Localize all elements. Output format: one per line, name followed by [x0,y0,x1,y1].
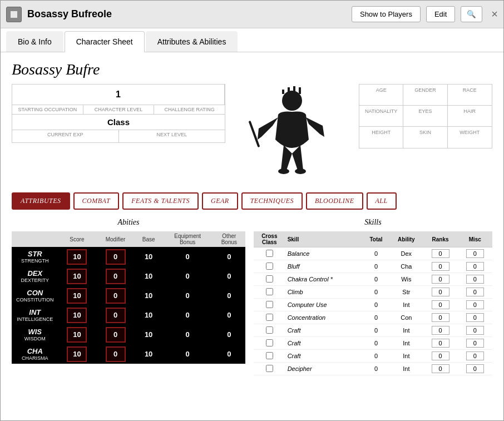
hair-label: Hair [448,106,492,127]
cross-class-checkbox[interactable] [266,275,273,283]
character-name: Bosassy Bufre [12,61,492,78]
skill-name: Bluff [285,260,363,273]
cross-class-checkbox[interactable] [266,314,273,321]
table-row: WIS Wisdom 10 0 0 [12,325,245,344]
main-window: Bosassy Bufreole Show to Players Edit 🔍 … [0,0,504,421]
modifier-input[interactable] [106,269,126,284]
cross-class-checkbox[interactable] [266,250,273,257]
age-label: Age [359,85,403,106]
filter-buttons-row: Attributes Combat Feats & Talents Gear T… [12,192,492,210]
score-input[interactable] [67,327,87,343]
other-bonus-value: 0 [213,344,245,364]
skills-col-total: Total [363,231,390,247]
eq-bonus-value: 0 [162,344,213,364]
skill-misc-input[interactable] [466,300,484,309]
filter-attributes-button[interactable]: Attributes [12,192,70,210]
skill-ranks-input[interactable] [432,351,449,360]
cross-class-checkbox[interactable] [266,365,273,372]
gender-label: Gender [403,85,447,106]
tab-attributes-abilities[interactable]: Attributes & Abilities [146,31,238,52]
eq-bonus-value: 0 [162,247,213,266]
starting-occupation-label: Starting Occupation [12,105,83,114]
table-row: Bluff 0 Cha [254,260,492,273]
abilities-col-other-bonus: OtherBonus [213,231,245,247]
attr-abbr: DEX [16,269,54,278]
cross-class-checkbox[interactable] [266,262,273,270]
skill-total: 0 [363,324,390,337]
skill-ranks-input[interactable] [432,249,449,258]
cross-class-checkbox[interactable] [266,339,273,346]
cross-class-checkbox[interactable] [266,288,273,295]
filter-all-button[interactable]: All [367,192,397,210]
modifier-input[interactable] [106,288,126,304]
skill-ranks-input[interactable] [432,300,449,309]
show-to-players-button[interactable]: Show to Players [352,6,421,22]
weight-label: Weight [448,127,492,148]
table-row: CON Constitution 10 0 0 [12,286,245,305]
skill-ranks-input[interactable] [432,339,449,348]
score-input[interactable] [67,308,87,323]
modifier-input[interactable] [106,308,126,323]
modifier-input[interactable] [106,249,126,265]
skill-misc-input[interactable] [466,364,484,373]
other-bonus-value: 0 [213,325,245,344]
skill-misc-input[interactable] [466,249,484,258]
abilities-col-eq-bonus: EquipmentBonus [162,231,213,247]
cross-class-checkbox[interactable] [266,301,273,308]
skill-misc-input[interactable] [466,339,484,348]
modifier-input[interactable] [106,327,126,343]
table-row: CHA Charisma 10 0 0 [12,344,245,364]
search-button[interactable]: 🔍 [461,6,482,22]
svg-point-8 [295,169,306,174]
skill-misc-input[interactable] [466,351,484,360]
filter-combat-button[interactable]: Combat [73,192,120,210]
skill-misc-input[interactable] [466,288,484,296]
skill-misc-input[interactable] [466,313,484,322]
score-input[interactable] [67,269,87,284]
main-content: Bosassy Bufre 1 Starting Occupation Char… [1,52,503,420]
nationality-label: Nationality [359,106,403,127]
lower-section: Abities Score Modifier Base EquipmentBon… [12,218,492,375]
base-value: 10 [135,286,162,305]
skill-ability: Con [389,311,423,324]
cross-class-checkbox[interactable] [266,326,273,334]
edit-button[interactable]: Edit [426,6,455,22]
skill-name: Chakra Control * [285,273,363,286]
skill-ranks-input[interactable] [432,262,449,271]
skill-ranks-input[interactable] [432,275,449,284]
attr-name: Constitution [16,297,54,303]
character-silhouette [231,84,353,184]
filter-feats-button[interactable]: Feats & Talents [122,192,199,210]
tab-character-sheet[interactable]: Character Sheet [65,31,145,52]
table-row: Craft 0 Int [254,324,492,337]
attr-abbr: CON [16,289,54,297]
eq-bonus-value: 0 [162,305,213,325]
filter-gear-button[interactable]: Gear [202,192,238,210]
skill-misc-input[interactable] [466,275,484,284]
upper-section: 1 Starting Occupation Character Level Ch… [12,84,492,184]
skill-ability: Int [389,363,423,375]
score-input[interactable] [67,346,87,362]
skill-ability: Int [389,299,423,311]
tab-bio-info[interactable]: Bio & Info [6,31,63,52]
score-input[interactable] [67,288,87,304]
skill-misc-input[interactable] [466,326,484,335]
filter-bloodline-button[interactable]: Bloodline [306,192,363,210]
cross-class-checkbox[interactable] [266,352,273,359]
skill-ranks-input[interactable] [432,326,449,335]
table-row: Chakra Control * 0 Wis [254,273,492,286]
filter-techniques-button[interactable]: Techniques [241,192,303,210]
skill-ranks-input[interactable] [432,364,449,373]
skill-ranks-input[interactable] [432,313,449,322]
modifier-input[interactable] [106,346,126,362]
abilities-title: Abities [12,218,245,227]
skill-ability: Str [389,286,423,299]
skills-col-ability: Ability [389,231,423,247]
close-button[interactable]: × [491,8,498,21]
svg-rect-0 [11,11,17,18]
character-meta-right: Age Gender Race Nationality Eyes Hair He… [359,84,492,184]
skill-ranks-input[interactable] [432,288,449,296]
skill-misc-input[interactable] [466,262,484,271]
table-row: Craft 0 Int [254,337,492,350]
score-input[interactable] [67,249,87,265]
